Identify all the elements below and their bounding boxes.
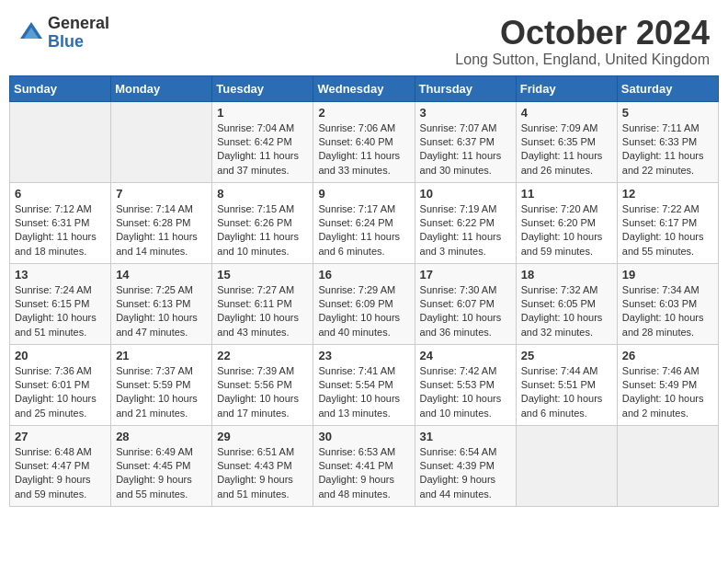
day-cell: 14Sunrise: 7:25 AM Sunset: 6:13 PM Dayli… [111, 263, 212, 344]
weekday-header-saturday: Saturday [617, 75, 718, 101]
day-number: 27 [15, 430, 106, 443]
day-info: Sunrise: 7:27 AM Sunset: 6:11 PM Dayligh… [217, 283, 308, 340]
weekday-header-friday: Friday [516, 75, 617, 101]
day-cell: 6Sunrise: 7:12 AM Sunset: 6:31 PM Daylig… [10, 182, 111, 263]
day-info: Sunrise: 7:44 AM Sunset: 5:51 PM Dayligh… [521, 364, 612, 421]
day-info: Sunrise: 7:15 AM Sunset: 6:26 PM Dayligh… [217, 202, 308, 259]
day-info: Sunrise: 7:41 AM Sunset: 5:54 PM Dayligh… [318, 364, 409, 421]
day-number: 25 [521, 349, 612, 362]
day-number: 3 [420, 106, 511, 120]
day-cell: 15Sunrise: 7:27 AM Sunset: 6:11 PM Dayli… [212, 263, 313, 344]
day-info: Sunrise: 7:12 AM Sunset: 6:31 PM Dayligh… [15, 202, 106, 259]
day-cell: 8Sunrise: 7:15 AM Sunset: 6:26 PM Daylig… [212, 182, 313, 263]
week-row-1: 6Sunrise: 7:12 AM Sunset: 6:31 PM Daylig… [10, 182, 719, 263]
weekday-header-tuesday: Tuesday [212, 75, 313, 101]
day-cell: 1Sunrise: 7:04 AM Sunset: 6:42 PM Daylig… [212, 101, 313, 182]
day-number: 23 [318, 349, 409, 362]
weekday-header-sunday: Sunday [10, 75, 111, 101]
day-number: 12 [622, 187, 713, 201]
logo-icon [18, 20, 44, 46]
day-info: Sunrise: 7:20 AM Sunset: 6:20 PM Dayligh… [521, 202, 612, 259]
week-row-4: 27Sunrise: 6:48 AM Sunset: 4:47 PM Dayli… [10, 425, 719, 506]
calendar-table: SundayMondayTuesdayWednesdayThursdayFrid… [9, 75, 719, 507]
day-info: Sunrise: 7:25 AM Sunset: 6:13 PM Dayligh… [116, 283, 207, 340]
day-info: Sunrise: 6:48 AM Sunset: 4:47 PM Dayligh… [15, 445, 106, 502]
day-number: 19 [622, 268, 713, 282]
day-number: 13 [15, 268, 106, 282]
week-row-2: 13Sunrise: 7:24 AM Sunset: 6:15 PM Dayli… [10, 263, 719, 344]
day-info: Sunrise: 7:22 AM Sunset: 6:17 PM Dayligh… [622, 202, 713, 259]
day-cell: 23Sunrise: 7:41 AM Sunset: 5:54 PM Dayli… [313, 344, 415, 425]
day-cell [111, 101, 212, 182]
day-number: 26 [622, 349, 713, 362]
day-info: Sunrise: 7:17 AM Sunset: 6:24 PM Dayligh… [318, 202, 409, 259]
weekday-header-wednesday: Wednesday [313, 75, 415, 101]
day-cell: 26Sunrise: 7:46 AM Sunset: 5:49 PM Dayli… [617, 344, 718, 425]
day-number: 30 [318, 430, 409, 443]
day-number: 4 [521, 106, 612, 120]
day-info: Sunrise: 7:09 AM Sunset: 6:35 PM Dayligh… [521, 121, 612, 178]
day-cell: 4Sunrise: 7:09 AM Sunset: 6:35 PM Daylig… [516, 101, 617, 182]
day-cell: 19Sunrise: 7:34 AM Sunset: 6:03 PM Dayli… [617, 263, 718, 344]
day-info: Sunrise: 6:53 AM Sunset: 4:41 PM Dayligh… [318, 445, 409, 502]
day-cell: 7Sunrise: 7:14 AM Sunset: 6:28 PM Daylig… [111, 182, 212, 263]
day-cell: 10Sunrise: 7:19 AM Sunset: 6:22 PM Dayli… [415, 182, 516, 263]
day-info: Sunrise: 7:39 AM Sunset: 5:56 PM Dayligh… [217, 364, 308, 421]
day-cell: 17Sunrise: 7:30 AM Sunset: 6:07 PM Dayli… [415, 263, 516, 344]
day-info: Sunrise: 6:49 AM Sunset: 4:45 PM Dayligh… [116, 445, 207, 502]
day-cell: 18Sunrise: 7:32 AM Sunset: 6:05 PM Dayli… [516, 263, 617, 344]
day-info: Sunrise: 7:29 AM Sunset: 6:09 PM Dayligh… [318, 283, 409, 340]
day-number: 7 [116, 187, 207, 201]
day-number: 11 [521, 187, 612, 201]
weekday-header-row: SundayMondayTuesdayWednesdayThursdayFrid… [10, 75, 719, 101]
day-number: 29 [217, 430, 308, 443]
day-number: 31 [420, 430, 511, 443]
location: Long Sutton, England, United Kingdom [455, 52, 710, 68]
day-cell: 13Sunrise: 7:24 AM Sunset: 6:15 PM Dayli… [10, 263, 111, 344]
day-number: 2 [318, 106, 409, 120]
day-number: 1 [217, 106, 308, 120]
header: General Blue October 2024 Long Sutton, E… [0, 0, 728, 75]
day-cell: 11Sunrise: 7:20 AM Sunset: 6:20 PM Dayli… [516, 182, 617, 263]
month-title: October 2024 [455, 15, 710, 52]
day-number: 5 [622, 106, 713, 120]
day-info: Sunrise: 7:36 AM Sunset: 6:01 PM Dayligh… [15, 364, 106, 421]
day-cell: 28Sunrise: 6:49 AM Sunset: 4:45 PM Dayli… [111, 425, 212, 506]
day-cell: 5Sunrise: 7:11 AM Sunset: 6:33 PM Daylig… [617, 101, 718, 182]
day-info: Sunrise: 7:24 AM Sunset: 6:15 PM Dayligh… [15, 283, 106, 340]
day-cell [516, 425, 617, 506]
day-info: Sunrise: 7:07 AM Sunset: 6:37 PM Dayligh… [420, 121, 511, 178]
day-number: 21 [116, 349, 207, 362]
day-number: 28 [116, 430, 207, 443]
day-cell: 21Sunrise: 7:37 AM Sunset: 5:59 PM Dayli… [111, 344, 212, 425]
day-cell: 24Sunrise: 7:42 AM Sunset: 5:53 PM Dayli… [415, 344, 516, 425]
week-row-3: 20Sunrise: 7:36 AM Sunset: 6:01 PM Dayli… [10, 344, 719, 425]
day-cell: 3Sunrise: 7:07 AM Sunset: 6:37 PM Daylig… [415, 101, 516, 182]
day-info: Sunrise: 7:19 AM Sunset: 6:22 PM Dayligh… [420, 202, 511, 259]
title-section: October 2024 Long Sutton, England, Unite… [455, 15, 710, 68]
day-number: 9 [318, 187, 409, 201]
day-info: Sunrise: 7:06 AM Sunset: 6:40 PM Dayligh… [318, 121, 409, 178]
day-cell: 27Sunrise: 6:48 AM Sunset: 4:47 PM Dayli… [10, 425, 111, 506]
day-number: 8 [217, 187, 308, 201]
day-number: 22 [217, 349, 308, 362]
day-number: 18 [521, 268, 612, 282]
day-info: Sunrise: 7:42 AM Sunset: 5:53 PM Dayligh… [420, 364, 511, 421]
day-info: Sunrise: 6:54 AM Sunset: 4:39 PM Dayligh… [420, 445, 511, 502]
day-number: 24 [420, 349, 511, 362]
day-info: Sunrise: 7:46 AM Sunset: 5:49 PM Dayligh… [622, 364, 713, 421]
day-cell [617, 425, 718, 506]
day-cell: 30Sunrise: 6:53 AM Sunset: 4:41 PM Dayli… [313, 425, 415, 506]
day-info: Sunrise: 7:30 AM Sunset: 6:07 PM Dayligh… [420, 283, 511, 340]
day-cell: 22Sunrise: 7:39 AM Sunset: 5:56 PM Dayli… [212, 344, 313, 425]
logo-text: General Blue [48, 15, 109, 52]
day-info: Sunrise: 6:51 AM Sunset: 4:43 PM Dayligh… [217, 445, 308, 502]
day-cell: 31Sunrise: 6:54 AM Sunset: 4:39 PM Dayli… [415, 425, 516, 506]
day-info: Sunrise: 7:34 AM Sunset: 6:03 PM Dayligh… [622, 283, 713, 340]
day-cell: 12Sunrise: 7:22 AM Sunset: 6:17 PM Dayli… [617, 182, 718, 263]
day-number: 16 [318, 268, 409, 282]
day-info: Sunrise: 7:32 AM Sunset: 6:05 PM Dayligh… [521, 283, 612, 340]
day-info: Sunrise: 7:04 AM Sunset: 6:42 PM Dayligh… [217, 121, 308, 178]
day-cell [10, 101, 111, 182]
day-info: Sunrise: 7:37 AM Sunset: 5:59 PM Dayligh… [116, 364, 207, 421]
